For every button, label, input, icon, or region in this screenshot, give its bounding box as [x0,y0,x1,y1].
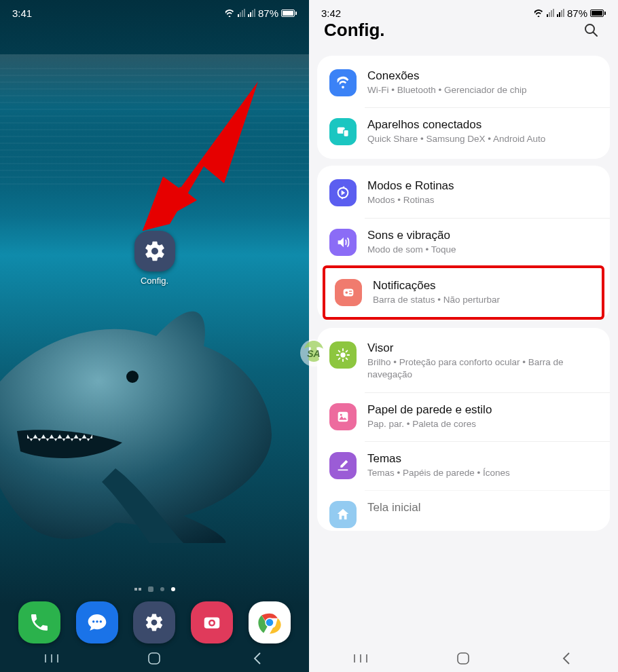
svg-line-18 [594,33,598,37]
battery-percent: 87% [258,7,278,19]
settings-group: Modos e Rotinas Modos • Rotinas Sons e v… [317,166,610,321]
row-title: Aparelhos conectados [367,118,545,132]
settings-row-display[interactable]: Visor Brilho • Proteção para conforto oc… [317,331,610,392]
svg-point-5 [92,620,94,622]
chat-icon [86,612,108,633]
row-title: Tela inicial [367,501,420,515]
row-sub: Wi-Fi • Bluetooth • Gerenciador de chip [367,84,527,96]
svg-rect-22 [344,288,354,296]
wallpaper-shark [0,258,278,543]
row-title: Conexões [367,69,527,83]
search-icon [583,22,599,38]
dock [0,601,309,643]
devices-icon [329,118,357,145]
dock-app-chrome[interactable] [249,601,291,643]
settings-row-notifications[interactable]: Notificações Barra de status • Não pertu… [325,268,602,317]
dock-app-settings[interactable] [133,601,175,643]
svg-rect-24 [349,291,352,291]
themes-icon [329,452,357,479]
brightness-icon [329,341,357,369]
status-bar: 3:41 87% [0,0,309,23]
row-sub: Temas • Papéis de parede • Ícones [367,467,510,479]
sound-icon [329,229,357,256]
wifi-icon [533,9,544,17]
svg-rect-14 [149,653,160,664]
svg-point-6 [96,620,98,622]
svg-point-7 [99,620,101,622]
svg-rect-35 [338,411,348,422]
settings-row-themes[interactable]: Temas Temas • Papéis de parede • Ícones [317,441,610,490]
dock-app-phone[interactable] [18,601,60,643]
annotation-highlight: Notificações Barra de status • Não pertu… [323,265,604,320]
battery-icon [590,10,606,17]
nav-bar [309,645,618,672]
nav-bar [0,645,309,672]
settings-group: Visor Brilho • Proteção para conforto oc… [317,328,610,531]
nav-recent[interactable] [333,648,388,669]
settings-row-wallpaper[interactable]: Papel de parede e estilo Pap. par. • Pal… [317,392,610,441]
signal-1-icon [547,9,554,17]
wallpaper-icon [329,403,357,430]
settings-row-connected-devices[interactable]: Aparelhos conectados Quick Share • Samsu… [317,107,610,156]
row-title: Modos e Rotinas [367,179,454,193]
settings-row-sounds[interactable]: Sons e vibração Modo de som • Toque [317,218,610,267]
app-icon-settings[interactable]: Config. [134,231,175,286]
dock-app-camera[interactable] [191,601,233,643]
page-indicator[interactable] [134,586,175,592]
svg-point-26 [340,352,345,357]
svg-marker-4 [143,202,190,231]
camera-icon [202,612,222,633]
status-time: 3:41 [12,7,32,19]
settings-row-home[interactable]: Tela inicial [317,490,610,531]
row-sub: Modo de som • Toque [367,244,456,256]
status-right: 87% [224,7,297,19]
svg-rect-37 [458,653,469,664]
nav-recent[interactable] [24,648,79,669]
signal-1-icon [238,9,245,17]
wallpaper-waves [0,68,309,190]
svg-point-23 [345,291,348,294]
svg-marker-3 [143,187,167,231]
row-title: Visor [367,341,598,355]
battery-percent: 87% [567,7,587,19]
gear-icon [144,612,164,633]
status-bar: 3:42 87% [309,0,618,23]
row-sub: Modos • Rotinas [367,194,454,206]
settings-row-connections[interactable]: Conexões Wi-Fi • Bluetooth • Gerenciador… [317,58,610,107]
svg-rect-25 [349,293,352,294]
dock-app-messages[interactable] [76,601,118,643]
nav-back[interactable] [539,648,594,669]
notifications-icon [335,279,362,306]
row-title: Sons e vibração [367,229,456,242]
nav-home[interactable] [436,648,490,669]
row-title: Papel de parede e estilo [367,403,492,417]
svg-point-13 [266,619,273,627]
settings-row-modes[interactable]: Modos e Rotinas Modos • Rotinas [317,168,610,217]
home-icon [329,501,357,528]
home-screen: 3:41 87% Config. [0,0,309,672]
status-right: 87% [533,7,606,19]
chrome-icon [256,609,283,636]
routines-icon [329,179,357,206]
app-icon-label: Config. [134,276,175,286]
svg-line-34 [339,358,340,360]
row-sub: Barra de status • Não perturbar [373,294,500,306]
svg-line-33 [346,351,348,352]
battery-icon [281,10,297,17]
signal-2-icon [557,9,564,17]
settings-group: Conexões Wi-Fi • Bluetooth • Gerenciador… [317,56,610,159]
phone-icon [29,612,50,633]
signal-2-icon [248,9,255,17]
svg-rect-20 [344,130,348,136]
nav-back[interactable] [230,648,285,669]
settings-screen: 3:42 87% Config. Conexões Wi-Fi • Blueto… [309,0,618,672]
svg-marker-2 [143,187,197,231]
wifi-icon [224,9,235,17]
nav-home[interactable] [127,648,181,669]
svg-line-32 [346,358,348,360]
row-title: Temas [367,452,510,466]
svg-point-36 [340,413,342,415]
row-sub: Pap. par. • Paleta de cores [367,418,492,430]
row-sub: Quick Share • Samsung DeX • Android Auto [367,133,545,145]
row-title: Notificações [373,279,500,293]
